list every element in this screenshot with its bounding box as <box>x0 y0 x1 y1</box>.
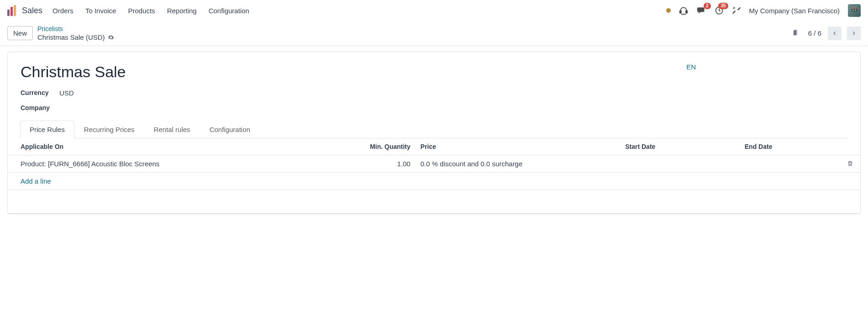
breadcrumb-parent[interactable]: Pricelists <box>37 25 114 33</box>
horizontal-scrollbar[interactable] <box>7 220 861 227</box>
topbar-right: 2 35 My Company (San Francisco) <box>666 4 861 17</box>
svg-rect-6 <box>852 9 857 11</box>
control-bar: New Pricelists Christmas Sale (USD) 6 / … <box>0 21 868 46</box>
field-currency: Currency USD <box>21 89 847 97</box>
add-line-link[interactable]: Add a line <box>7 173 861 190</box>
svg-point-2 <box>682 14 682 15</box>
pager-prev-button[interactable] <box>828 26 842 40</box>
pager-next-button[interactable] <box>847 26 861 40</box>
cell-start-date[interactable] <box>621 155 741 172</box>
controlbar-right: 6 / 6 <box>792 26 861 40</box>
breadcrumb-current: Christmas Sale (USD) <box>37 33 105 42</box>
svg-point-7 <box>852 10 853 11</box>
nav-orders[interactable]: Orders <box>48 4 78 17</box>
activities-icon[interactable]: 35 <box>715 6 724 15</box>
tab-price-rules[interactable]: Price Rules <box>20 121 74 138</box>
nav-reporting[interactable]: Reporting <box>163 4 201 17</box>
field-company-label: Company <box>21 104 59 111</box>
status-dot-icon[interactable] <box>666 8 671 13</box>
col-applicable-on[interactable]: Applicable On <box>7 138 331 155</box>
cell-end-date[interactable] <box>741 155 843 172</box>
delete-row-button[interactable] <box>843 155 861 172</box>
app-logo-icon[interactable] <box>7 5 18 16</box>
bookmark-icon[interactable] <box>792 29 799 37</box>
svg-point-4 <box>684 14 685 15</box>
breadcrumb: Pricelists Christmas Sale (USD) <box>37 25 114 42</box>
language-badge[interactable]: EN <box>686 63 696 71</box>
field-currency-label: Currency <box>21 89 59 96</box>
field-company: Company <box>21 104 847 111</box>
support-icon[interactable] <box>679 6 688 15</box>
svg-point-3 <box>683 14 684 15</box>
debug-tools-icon[interactable] <box>732 6 741 15</box>
nav-products[interactable]: Products <box>123 4 159 17</box>
nav-menu: Orders To Invoice Products Reporting Con… <box>48 4 254 17</box>
col-price[interactable]: Price <box>417 138 621 155</box>
form-sheet: EN Christmas Sale Currency USD Company P… <box>7 52 861 214</box>
company-selector[interactable]: My Company (San Francisco) <box>749 7 840 15</box>
svg-point-8 <box>855 10 856 11</box>
activities-badge: 35 <box>718 3 728 9</box>
gear-icon[interactable] <box>108 34 114 41</box>
new-button[interactable]: New <box>7 26 33 40</box>
app-name[interactable]: Sales <box>22 6 42 16</box>
grid-filler <box>7 190 861 214</box>
col-end-date[interactable]: End Date <box>741 138 843 155</box>
user-avatar[interactable] <box>848 4 861 17</box>
cell-applicable-on[interactable]: Product: [FURN_6666] Acoustic Bloc Scree… <box>7 155 331 172</box>
field-currency-value[interactable]: USD <box>59 89 74 97</box>
topbar: Sales Orders To Invoice Products Reporti… <box>0 0 868 21</box>
tabs: Price Rules Recurring Prices Rental rule… <box>20 121 847 138</box>
cell-price[interactable]: 0.0 % discount and 0.0 surcharge <box>417 155 621 172</box>
tab-rental-rules[interactable]: Rental rules <box>144 121 200 138</box>
col-start-date[interactable]: Start Date <box>621 138 741 155</box>
record-title[interactable]: Christmas Sale <box>21 63 847 81</box>
price-rules-grid: Applicable On Min. Quantity Price Start … <box>7 138 861 214</box>
tab-configuration[interactable]: Configuration <box>200 121 260 138</box>
cell-min-qty[interactable]: 1.00 <box>331 155 417 172</box>
svg-rect-0 <box>679 11 681 13</box>
messages-icon[interactable]: 2 <box>696 6 706 15</box>
pager-count[interactable]: 6 / 6 <box>808 29 821 37</box>
svg-rect-9 <box>852 7 856 9</box>
table-row[interactable]: Product: [FURN_6666] Acoustic Bloc Scree… <box>7 155 861 172</box>
nav-to-invoice[interactable]: To Invoice <box>81 4 121 17</box>
svg-rect-1 <box>686 11 687 13</box>
tab-recurring-prices[interactable]: Recurring Prices <box>74 121 144 138</box>
col-min-qty[interactable]: Min. Quantity <box>331 138 417 155</box>
nav-configuration[interactable]: Configuration <box>204 4 254 17</box>
messages-badge: 2 <box>704 3 711 9</box>
